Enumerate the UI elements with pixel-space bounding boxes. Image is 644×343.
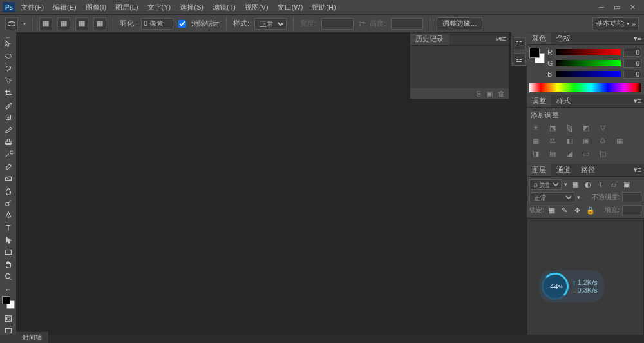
menu-file[interactable]: 文件(F): [17, 1, 48, 14]
lasso-tool[interactable]: [1, 63, 15, 74]
balance-icon[interactable]: ⚖: [547, 135, 558, 146]
menu-select[interactable]: 选择(S): [176, 1, 207, 14]
tab-paths[interactable]: 路径: [576, 164, 600, 176]
g-slider[interactable]: [556, 60, 621, 66]
timeline-grip[interactable]: [0, 335, 16, 343]
b-input[interactable]: [623, 70, 641, 79]
photo-filter-icon[interactable]: ▣: [581, 135, 591, 146]
style-select[interactable]: 正常: [254, 18, 287, 30]
bw-icon[interactable]: ◧: [564, 135, 574, 146]
swap-colors-icon[interactable]: ⤺: [1, 286, 15, 293]
dodge-tool[interactable]: [1, 197, 15, 209]
g-input[interactable]: [623, 59, 641, 68]
menu-type[interactable]: 文字(Y): [144, 1, 175, 14]
minimize-icon[interactable]: ─: [596, 3, 607, 12]
hand-tool[interactable]: [1, 259, 15, 270]
tab-adjustments[interactable]: 调整: [527, 95, 551, 107]
new-document-icon[interactable]: ⎘: [477, 90, 481, 99]
layer-list[interactable]: ↓44% 1.2K/s 0.3K/s: [527, 218, 644, 335]
invert-icon[interactable]: ◨: [531, 148, 541, 159]
tab-swatches[interactable]: 色板: [551, 33, 576, 44]
menu-filter[interactable]: 滤镜(T): [209, 1, 240, 14]
lock-pos-icon[interactable]: ✥: [573, 205, 583, 215]
antialias-checkbox[interactable]: [178, 20, 186, 28]
color-ramp[interactable]: [529, 83, 641, 92]
crop-tool[interactable]: [1, 87, 15, 99]
mixer-icon[interactable]: ♺: [598, 135, 608, 146]
hue-icon[interactable]: ▦: [531, 135, 541, 146]
blend-mode-select[interactable]: 正常: [529, 192, 574, 202]
shape-tool[interactable]: [1, 246, 15, 258]
eyedropper-tool[interactable]: [1, 99, 15, 111]
add-selection-icon[interactable]: ▦: [57, 17, 70, 30]
blur-tool[interactable]: [1, 185, 15, 197]
healing-tool[interactable]: [1, 112, 15, 123]
fg-bg-swatches[interactable]: [2, 296, 15, 309]
refine-edge-button[interactable]: 调整边缘...: [437, 17, 482, 30]
intersect-selection-icon[interactable]: ▦: [93, 17, 106, 30]
subtract-selection-icon[interactable]: ▦: [75, 17, 88, 30]
tab-color[interactable]: 颜色: [527, 33, 551, 44]
lock-all-icon[interactable]: 🔒: [585, 205, 596, 215]
move-tool[interactable]: [1, 38, 15, 50]
foreground-swatch[interactable]: [2, 296, 10, 304]
network-widget[interactable]: ↓44% 1.2K/s 0.3K/s: [539, 270, 604, 302]
selective-icon[interactable]: ◫: [598, 148, 608, 159]
panel-menu-icon[interactable]: ▾≡: [631, 34, 644, 43]
collapse-icon[interactable]: ▸▸: [496, 35, 504, 43]
gradient-tool[interactable]: [1, 173, 15, 184]
eraser-tool[interactable]: [1, 161, 15, 172]
chevron-down-icon[interactable]: ▾: [23, 21, 26, 26]
tab-channels[interactable]: 通道: [551, 164, 576, 176]
quick-select-tool[interactable]: [1, 75, 15, 86]
curves-icon[interactable]: ⧎: [564, 122, 574, 133]
marquee-tool[interactable]: [1, 50, 15, 62]
snapshot-icon[interactable]: ▣: [486, 90, 493, 99]
gradient-map-icon[interactable]: ▭: [581, 148, 591, 159]
r-slider[interactable]: [556, 49, 621, 55]
stripe-panel-icon[interactable]: ☷: [513, 37, 526, 50]
fg-swatch[interactable]: [529, 48, 540, 58]
exposure-icon[interactable]: ◩: [581, 122, 591, 133]
color-fgbg[interactable]: [529, 48, 545, 63]
layer-kind-select[interactable]: ρ 类型: [529, 179, 562, 190]
vibrance-icon[interactable]: ▽: [598, 122, 608, 133]
panel-menu-icon[interactable]: ▾≡: [631, 166, 644, 174]
tool-preset-icon[interactable]: [5, 17, 18, 30]
pen-tool[interactable]: [1, 210, 15, 221]
menu-window[interactable]: 窗口(W): [274, 1, 307, 14]
r-input[interactable]: [623, 48, 641, 57]
panel-menu-icon[interactable]: ▾≡: [631, 97, 644, 105]
menu-edit[interactable]: 编辑(E): [49, 1, 80, 14]
quickmask-tool[interactable]: [1, 313, 15, 324]
maximize-icon[interactable]: ▭: [612, 3, 622, 12]
menu-image[interactable]: 图像(I): [82, 1, 110, 14]
filter-type-icon[interactable]: T: [596, 179, 606, 190]
stamp-tool[interactable]: [1, 136, 15, 148]
path-select-tool[interactable]: [1, 234, 15, 246]
lock-pixel-icon[interactable]: ✎: [560, 205, 570, 215]
menu-help[interactable]: 帮助(H): [308, 1, 339, 14]
brush-tool[interactable]: [1, 124, 15, 135]
b-slider[interactable]: [556, 71, 621, 77]
flyout-icon[interactable]: »: [632, 20, 636, 28]
lock-trans-icon[interactable]: ▦: [547, 205, 557, 215]
menu-view[interactable]: 视图(V): [241, 1, 272, 14]
stripe-panel-icon[interactable]: ☲: [513, 53, 526, 66]
filter-adj-icon[interactable]: ◐: [583, 179, 593, 190]
tab-layers[interactable]: 图层: [527, 164, 551, 176]
toolbox-grip-icon[interactable]: ┅: [0, 34, 16, 37]
filter-pixel-icon[interactable]: ▦: [570, 179, 580, 190]
history-list[interactable]: [410, 46, 509, 88]
tab-history[interactable]: 历史记录: [410, 34, 449, 45]
feather-input[interactable]: [141, 18, 173, 30]
type-tool[interactable]: [1, 222, 15, 233]
levels-icon[interactable]: ⬔: [547, 122, 558, 133]
workspace-select[interactable]: 基本功能 ▾ »: [592, 17, 639, 30]
threshold-icon[interactable]: ◪: [564, 148, 574, 159]
close-icon[interactable]: ✕: [627, 3, 638, 12]
lookup-icon[interactable]: ▦: [614, 135, 625, 146]
posterize-icon[interactable]: ▤: [547, 148, 558, 159]
brightness-icon[interactable]: ☀: [531, 122, 541, 133]
zoom-tool[interactable]: [1, 271, 15, 282]
